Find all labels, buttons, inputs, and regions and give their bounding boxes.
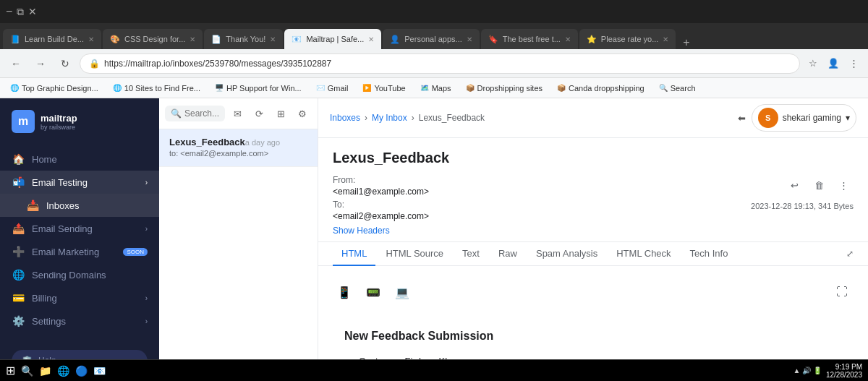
- sidebar-item-email-sending[interactable]: 📤Email Sending›: [0, 217, 159, 240]
- taskbar-app4[interactable]: 📧: [93, 365, 106, 377]
- mobile-icon[interactable]: 📱: [333, 281, 356, 304]
- search-input[interactable]: [184, 108, 219, 119]
- email-from-block: From: <email1@example.com> To: <email2@e…: [333, 175, 429, 221]
- email-tab-tech-info[interactable]: Tech Info: [681, 242, 737, 266]
- address-bar[interactable]: 🔒 https://mailtrap.io/inboxes/2539780/me…: [80, 53, 800, 74]
- nav-icon-email-testing: 📬: [12, 176, 25, 188]
- bookmark-maps[interactable]: 🗺️Maps: [416, 82, 456, 94]
- sidebar-item-billing[interactable]: 💳Billing›: [0, 286, 159, 309]
- new-tab-button[interactable]: +: [677, 36, 695, 49]
- tab-label: Thank You!: [226, 35, 265, 43]
- lock-icon: 🔒: [89, 59, 100, 69]
- breadcrumb-sep2: ›: [412, 113, 414, 123]
- clock: 9:19 PM: [826, 363, 862, 371]
- taskbar-app2[interactable]: 🌐: [57, 365, 69, 377]
- search-taskbar-icon[interactable]: 🔍: [21, 365, 33, 377]
- user-avatar: S: [758, 108, 778, 128]
- sidebar-help: 🛡️ Help: [0, 338, 159, 359]
- email-tab-html[interactable]: HTML: [333, 242, 375, 266]
- compose-button[interactable]: ✉: [228, 104, 247, 123]
- fullscreen-icon[interactable]: ⛶: [830, 281, 854, 304]
- email-tab-html-check[interactable]: HTML Check: [608, 242, 679, 266]
- email-icon-btn[interactable]: ⬅: [738, 113, 746, 124]
- bookmark-icon[interactable]: ☆: [804, 55, 822, 72]
- bookmark-hp-support-for-win...[interactable]: 🖥️HP Support for Win...: [210, 82, 306, 94]
- close-icon[interactable]: ✕: [28, 6, 37, 17]
- bookmark-10-sites-to-find-fre...[interactable]: 🌐10 Sites to Find Fre...: [109, 82, 205, 94]
- nav-label-email-marketing: Email Marketing: [32, 247, 99, 257]
- search-icon: 🔍: [171, 108, 182, 119]
- profile-icon[interactable]: 👤: [825, 55, 842, 72]
- back-button[interactable]: ←: [6, 53, 26, 74]
- email-tab-html-source[interactable]: HTML Source: [377, 242, 452, 266]
- desktop-icon[interactable]: 💻: [391, 281, 414, 304]
- username: shekari gaming: [783, 113, 841, 123]
- expand-button[interactable]: ⤢: [846, 249, 854, 259]
- email-tab-spam-analysis[interactable]: Spam Analysis: [527, 242, 606, 266]
- sidebar-item-email-marketing[interactable]: ➕Email MarketingSOON: [0, 240, 159, 263]
- tab-close-icon[interactable]: ✕: [270, 35, 276, 43]
- bookmark-youtube[interactable]: ▶️YouTube: [358, 82, 409, 94]
- bookmark-gmail[interactable]: ✉️Gmail: [312, 82, 353, 94]
- email-tab-text[interactable]: Text: [454, 242, 488, 266]
- sidebar-item-settings[interactable]: ⚙️Settings›: [0, 309, 159, 333]
- browser-tab-tab2[interactable]: 🎨CSS Design for...✕: [103, 29, 203, 49]
- tab-close-icon[interactable]: ✕: [368, 35, 374, 43]
- bookmark-top-graphic-design...[interactable]: 🌐Top Graphic Design...: [6, 82, 103, 94]
- browser-tab-tab5[interactable]: 👤Personal apps...✕: [383, 29, 480, 49]
- restore-icon[interactable]: ⧉: [17, 6, 24, 18]
- taskbar-app3[interactable]: 🔵: [75, 365, 88, 377]
- settings-inbox-button[interactable]: ⚙: [293, 104, 312, 123]
- show-headers-link[interactable]: Show Headers: [333, 226, 723, 236]
- filter-button[interactable]: ⊞: [271, 104, 290, 123]
- sidebar-item-home[interactable]: 🏠Home: [0, 147, 159, 171]
- reply-button[interactable]: ↩: [784, 176, 804, 196]
- bookmark-dropshipping-sites[interactable]: 📦Dropshipping sites: [461, 82, 548, 94]
- minimize-icon[interactable]: −: [6, 5, 12, 18]
- start-icon[interactable]: ⊞: [6, 364, 15, 377]
- forward-button[interactable]: →: [30, 53, 51, 74]
- sidebar-item-email-testing[interactable]: 📬Email Testing›: [0, 171, 159, 194]
- email-tab-raw[interactable]: Raw: [490, 242, 526, 266]
- inbox-email-item[interactable]: Lexus_Feedback a day ago to: <email2@exa…: [159, 129, 318, 167]
- sidebar-logo: m mailtrap by railsware: [0, 98, 159, 142]
- bookmark-canda-droppshipping[interactable]: 📦Canda droppshipping: [553, 82, 649, 94]
- bookmark-search[interactable]: 🔍Search: [655, 82, 700, 94]
- sidebar-item-sending-domains[interactable]: 🌐Sending Domains: [0, 263, 159, 286]
- tab-label: Learn Build De...: [25, 35, 84, 43]
- refresh-button[interactable]: ⟳: [250, 104, 268, 123]
- tab-close-icon[interactable]: ✕: [88, 35, 94, 43]
- browser-tab-tab7[interactable]: ⭐Please rate yo...✕: [579, 29, 676, 49]
- browser-tab-tab6[interactable]: 🔖The best free t...✕: [481, 29, 578, 49]
- tab-close-icon[interactable]: ✕: [190, 35, 195, 43]
- taskbar-app1[interactable]: 📁: [39, 365, 51, 377]
- delete-button[interactable]: 🗑: [809, 176, 829, 196]
- bookmark-label: YouTube: [374, 84, 405, 93]
- tab-close-icon[interactable]: ✕: [565, 35, 571, 43]
- tab-close-icon[interactable]: ✕: [663, 35, 668, 43]
- soon-badge: SOON: [123, 248, 148, 256]
- browser-tab-tab1[interactable]: 📘Learn Build De...✕: [3, 29, 101, 49]
- tab-close-icon[interactable]: ✕: [467, 35, 472, 43]
- more-icon[interactable]: ⋮: [845, 55, 862, 72]
- breadcrumb-my-inbox[interactable]: My Inbox: [372, 113, 407, 123]
- device-icons: 📱 📟 💻 ⛶: [333, 281, 854, 304]
- more-actions-button[interactable]: ⋮: [833, 176, 854, 196]
- url-text: https://mailtrap.io/inboxes/2539780/mess…: [104, 59, 331, 69]
- help-button[interactable]: 🛡️ Help: [12, 350, 148, 359]
- browser-tab-tab3[interactable]: 📄Thank You!✕: [204, 29, 283, 49]
- sidebar-item-inboxes[interactable]: 📥Inboxes: [0, 194, 159, 217]
- to-label: To:: [333, 200, 429, 210]
- user-button[interactable]: S shekari gaming ▾: [752, 104, 856, 132]
- tablet-icon[interactable]: 📟: [362, 281, 385, 304]
- bookmark-label: Canda droppshipping: [569, 84, 644, 93]
- expand-icon: ›: [145, 225, 148, 233]
- expand-icon: ›: [145, 294, 148, 302]
- email-body-list: Customer: Firdous KhanDealer: Sameer Ahm…: [359, 354, 842, 359]
- nav-icon-sending-domains: 🌐: [12, 269, 25, 281]
- tab-favicon: 📘: [10, 35, 20, 44]
- browser-tab-tab4[interactable]: 📧Mailtrap | Safe...✕: [284, 29, 381, 49]
- breadcrumb-inboxes[interactable]: Inboxes: [330, 113, 360, 123]
- breadcrumb-sep1: ›: [365, 113, 367, 123]
- reload-button[interactable]: ↻: [55, 53, 75, 74]
